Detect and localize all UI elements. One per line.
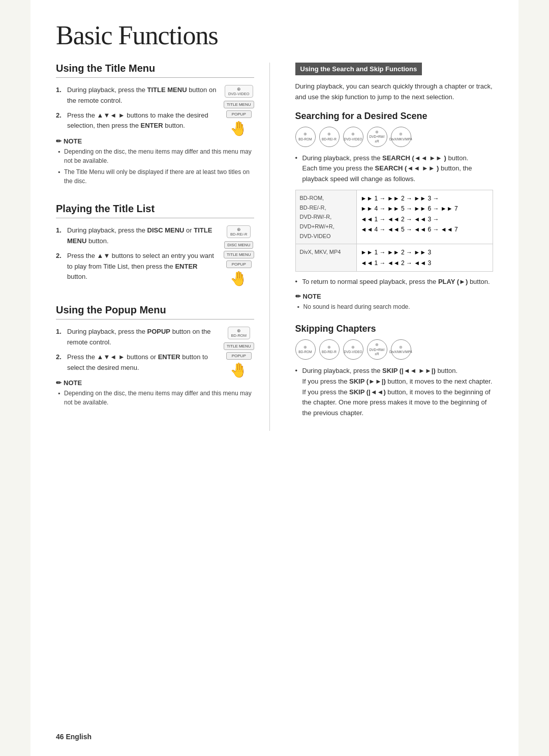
step-item: 1. During playback, press the TITLE MENU…: [56, 85, 218, 106]
popup-button-tm: POPUP: [226, 110, 252, 118]
title-menu-button3: TITLE MENU: [224, 342, 254, 350]
search-skip-heading: Using the Search and Skip Functions: [295, 63, 422, 75]
dvd-video-label: DVD-VIDEO: [344, 137, 362, 141]
table-row: DivX, MKV, MP4 ►► 1 → ►► 2 → ►► 3 ◄◄ 1 →…: [295, 244, 493, 272]
dvd-rw-label: DVD+RW/±R: [368, 135, 387, 143]
disc-icon: ⊕: [351, 345, 355, 350]
left-column: Using the Title Menu ⊕ DVD-VIDEO TITLE M…: [56, 63, 270, 431]
popup-menu-heading: Using the Popup Menu: [56, 304, 254, 319]
step-item: 2. Press the ▲▼ buttons to select an ent…: [56, 251, 218, 282]
search-note-item: No sound is heard during search mode.: [295, 302, 494, 311]
bd-re-badge2: ⊕ BD-RE/-R: [319, 339, 340, 360]
disc-icon: ⊕: [327, 132, 331, 137]
hand-icon-pm: 🤚: [230, 362, 248, 379]
bd-rom-badge-pm: ⊕ BD-ROM: [228, 327, 250, 339]
note-label: ✏ NOTE: [56, 137, 218, 145]
searching-bullets: During playback, press the SEARCH (◄◄ ►►…: [295, 153, 494, 185]
speeds-cell: ►► 1 → ►► 2 → ►► 3 → ►► 4 → ►► 5 → ►► 6 …: [356, 190, 493, 244]
divx-badge: ⊛ DivX/MKV/MP4: [391, 127, 411, 147]
speeds-cell: ►► 1 → ►► 2 → ►► 3 ◄◄ 1 → ◄◄ 2 → ◄◄ 3: [356, 244, 493, 272]
dvd-rw-label2: DVD+RW/±R: [368, 348, 387, 357]
page: Basic Functions Using the Title Menu ⊕ D…: [30, 0, 518, 756]
bd-re-label: BD-RE/-R: [322, 137, 337, 141]
disc-icon: ⊕: [375, 130, 379, 135]
popup-button-tl: POPUP: [226, 260, 252, 268]
disc-icon: ⊕: [375, 342, 379, 347]
bd-rom-badge2: ⊕ BD-ROM: [295, 339, 316, 360]
skipping-bullets: During playback, press the SKIP (|◄◄ ►►|…: [295, 366, 494, 419]
title-menu-button: TITLE MENU: [224, 101, 254, 108]
disc-icon: ⊕: [303, 345, 307, 350]
bd-rom-label2: BD-ROM: [298, 350, 312, 354]
dvd-video-badge: ⊕ DVD-VIDEO: [343, 127, 363, 147]
popup-menu-content: ⊕ BD-ROM TITLE MENU POPUP 🤚 1. During pl…: [56, 327, 254, 412]
title-menu-button2: TITLE MENU: [224, 251, 254, 258]
step-item: 1. During playback, press the DISC MENU …: [56, 225, 218, 247]
step-item: 2. Press the ▲▼◄ ► buttons or ENTER butt…: [56, 352, 218, 373]
skipping-badges: ⊕ BD-ROM ⊕ BD-RE/-R ⊕ DVD-VIDEO ⊕ DVD+RW…: [295, 339, 494, 360]
dvd-video-label2: DVD-VIDEO: [344, 350, 362, 354]
searching-badges: ⊕ BD-ROM ⊕ BD-RE/-R ⊕ DVD-VIDEO ⊕ DVD+RW…: [295, 127, 494, 147]
title-menu-heading: Using the Title Menu: [56, 63, 254, 78]
table-row: BD-ROM,BD-RE/-R,DVD-RW/-R,DVD+RW/+R,DVD-…: [295, 190, 493, 244]
skipping-section: Skipping Chapters ⊕ BD-ROM ⊕ BD-RE/-R ⊕ …: [295, 324, 494, 419]
popup-menu-remote: ⊕ BD-ROM TITLE MENU POPUP 🤚: [224, 327, 254, 379]
hand-icon-tm: 🤚: [230, 120, 248, 137]
note-item: Depending on the disc, the menu items ma…: [56, 147, 254, 165]
note-label: ✏ NOTE: [295, 293, 494, 300]
bd-re-badge: ⊕ BD-RE/-R: [319, 127, 340, 147]
search-speed-table: BD-ROM,BD-RE/-R,DVD-RW/-R,DVD+RW/+R,DVD-…: [295, 190, 494, 272]
note-item: The Title Menu will only be displayed if…: [56, 167, 254, 186]
title-menu-section: Using the Title Menu ⊕ DVD-VIDEO TITLE M…: [56, 63, 254, 191]
page-title: Basic Functions: [56, 20, 493, 50]
search-skip-intro: During playback, you can search quickly …: [295, 81, 494, 103]
skipping-heading: Skipping Chapters: [295, 324, 494, 334]
dvd-rw-badge: ⊕ DVD+RW/±R: [367, 127, 387, 147]
bd-rom-label: BD-ROM: [298, 137, 312, 141]
dvd-video-badge2: ⊕ DVD-VIDEO: [343, 339, 363, 360]
formats-cell: DivX, MKV, MP4: [295, 244, 356, 272]
title-list-heading: Playing the Title List: [56, 203, 254, 218]
title-list-content: ⊕ BD-RE/-R DISC MENU TITLE MENU POPUP 🤚 …: [56, 225, 254, 292]
dvd-rw-badge2: ⊕ DVD+RW/±R: [367, 339, 387, 360]
popup-button-pm: POPUP: [226, 352, 252, 360]
divx-badge2: ⊛ DivX/MKV/MP4: [391, 339, 411, 360]
play-note-item: To return to normal speed playback, pres…: [295, 277, 494, 287]
searching-section: Searching for a Desired Scene ⊕ BD-ROM ⊕…: [295, 111, 494, 311]
main-content: Using the Title Menu ⊕ DVD-VIDEO TITLE M…: [56, 63, 493, 431]
bd-rom-badge: ⊕ BD-ROM: [295, 127, 316, 147]
searching-heading: Searching for a Desired Scene: [295, 111, 494, 122]
title-menu-remote: ⊕ DVD-VIDEO TITLE MENU POPUP 🤚: [224, 85, 254, 137]
bullet-item: During playback, press the SEARCH (◄◄ ►►…: [295, 153, 494, 185]
divx-label: DivX/MKV/MP4: [389, 137, 412, 141]
step-item: 1. During playback, press the POPUP butt…: [56, 327, 218, 348]
bd-re-badge-tl: ⊕ BD-RE/-R: [227, 225, 251, 238]
divx-label2: DivX/MKV/MP4: [389, 350, 412, 354]
step-item: 2. Press the ▲▼◄ ► buttons to make the d…: [56, 110, 218, 132]
page-footer: 46 English: [56, 733, 92, 741]
disc-icon: ⊛: [399, 345, 403, 350]
disc-icon: ⊕: [327, 345, 331, 350]
title-list-section: Playing the Title List ⊕ BD-RE/-R DISC M…: [56, 203, 254, 292]
title-menu-content: ⊕ DVD-VIDEO TITLE MENU POPUP 🤚 1. During…: [56, 85, 254, 191]
play-note-list: To return to normal speed playback, pres…: [295, 277, 494, 287]
disc-menu-button: DISC MENU: [224, 241, 253, 249]
right-column: Using the Search and Skip Functions Duri…: [290, 63, 494, 431]
title-list-remote: ⊕ BD-RE/-R DISC MENU TITLE MENU POPUP 🤚: [224, 225, 254, 287]
note-item: Depending on the disc, the menu items ma…: [56, 389, 254, 407]
disc-icon: ⊕: [303, 132, 307, 137]
disc-icon: ⊛: [399, 132, 403, 137]
dvd-video-badge-tm: ⊕ DVD-VIDEO: [225, 85, 253, 98]
popup-menu-notes: ✏ NOTE Depending on the disc, the menu i…: [56, 379, 254, 407]
page-number: 46 English: [56, 733, 92, 741]
title-menu-notes: ✏ NOTE Depending on the disc, the menu i…: [56, 137, 254, 186]
popup-menu-section: Using the Popup Menu ⊕ BD-ROM TITLE MENU…: [56, 304, 254, 412]
hand-icon-tl: 🤚: [230, 270, 248, 287]
disc-icon: ⊕: [351, 132, 355, 137]
formats-cell: BD-ROM,BD-RE/-R,DVD-RW/-R,DVD+RW/+R,DVD-…: [295, 190, 356, 244]
search-skip-header: Using the Search and Skip Functions Duri…: [295, 63, 494, 103]
note-label: ✏ NOTE: [56, 379, 218, 387]
bd-re-label2: BD-RE/-R: [322, 350, 337, 354]
search-notes: ✏ NOTE No sound is heard during search m…: [295, 293, 494, 311]
skipping-bullet-1: During playback, press the SKIP (|◄◄ ►►|…: [295, 366, 494, 419]
